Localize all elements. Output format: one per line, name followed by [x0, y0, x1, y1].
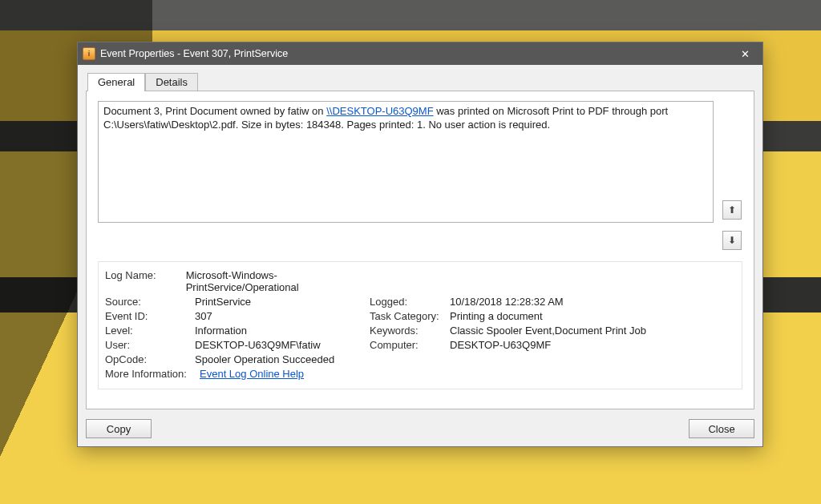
client-area: General Details Document 3, Print Docume… [78, 65, 762, 446]
next-event-button[interactable]: ⬇ [722, 231, 742, 250]
value-log-name: Microsoft-Windows-PrintService/Operation… [186, 269, 370, 293]
value-user: DESKTOP-U63Q9MF\fatiw [195, 339, 321, 351]
dialog-buttons: Copy Close [86, 409, 754, 438]
label-source: Source: [105, 296, 195, 308]
description-row: Document 3, Print Document owned by fati… [98, 101, 742, 250]
description-pre: Document 3, Print Document owned by fati… [103, 105, 326, 117]
label-computer: Computer: [370, 339, 450, 351]
close-icon[interactable]: ✕ [727, 42, 762, 65]
nav-column: ⬆ ⬇ [722, 101, 742, 250]
computer-link[interactable]: \\DESKTOP-U63Q9MF [326, 105, 433, 117]
value-logged: 10/18/2018 12:28:32 AM [450, 296, 564, 308]
label-log-name: Log Name: [105, 269, 186, 293]
label-more-info: More Information: [105, 368, 200, 380]
label-logged: Logged: [370, 296, 450, 308]
label-task-category: Task Category: [370, 310, 450, 322]
titlebar: i Event Properties - Event 307, PrintSer… [78, 42, 762, 65]
window-title: Event Properties - Event 307, PrintServi… [100, 48, 727, 59]
label-keywords: Keywords: [370, 325, 450, 337]
event-description[interactable]: Document 3, Print Document owned by fati… [98, 101, 714, 223]
app-icon: i [83, 47, 95, 60]
arrow-down-icon: ⬇ [728, 235, 736, 246]
value-source: PrintService [195, 296, 251, 308]
label-user: User: [105, 339, 195, 351]
label-opcode: OpCode: [105, 353, 195, 365]
tabstrip: General Details [86, 71, 754, 91]
arrow-up-icon: ⬆ [728, 204, 736, 216]
more-info-link[interactable]: Event Log Online Help [200, 368, 304, 380]
fields-group: Log Name: Microsoft-Windows-PrintService… [98, 261, 742, 389]
value-keywords: Classic Spooler Event,Document Print Job [450, 325, 646, 337]
tab-details[interactable]: Details [145, 73, 198, 91]
value-opcode: Spooler Operation Succeeded [195, 353, 334, 365]
value-task-category: Printing a document [450, 310, 543, 322]
copy-button[interactable]: Copy [86, 419, 152, 438]
value-computer: DESKTOP-U63Q9MF [450, 339, 551, 351]
close-button[interactable]: Close [689, 419, 754, 438]
event-properties-window: i Event Properties - Event 307, PrintSer… [77, 42, 763, 447]
tab-general[interactable]: General [87, 73, 145, 91]
value-level: Information [195, 325, 247, 337]
value-event-id: 307 [195, 310, 212, 322]
label-event-id: Event ID: [105, 310, 195, 322]
label-level: Level: [105, 325, 195, 337]
tabpanel-general: Document 3, Print Document owned by fati… [86, 91, 754, 409]
prev-event-button[interactable]: ⬆ [722, 200, 742, 220]
